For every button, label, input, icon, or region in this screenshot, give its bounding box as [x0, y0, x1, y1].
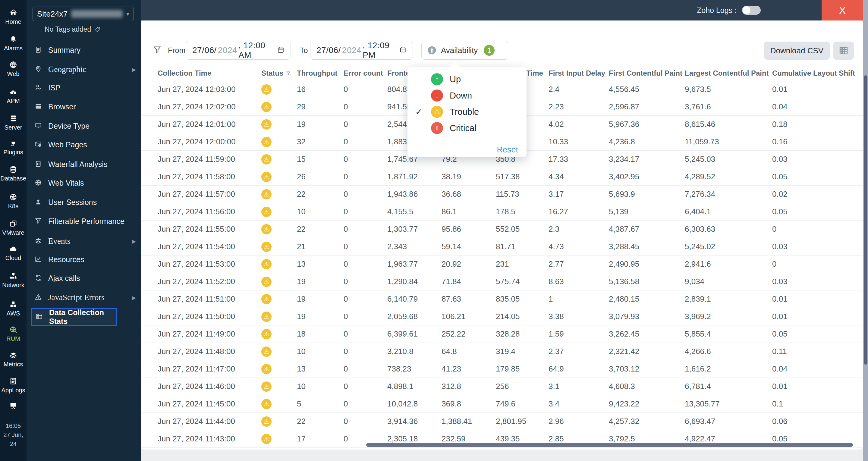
rail-clock: 16:05 27 Jun, 24 [0, 421, 27, 448]
table-row[interactable]: Jun 27, 2024 11:47:00⚠130738.2341.23179.… [141, 360, 863, 378]
metric-cell: 2.96 [549, 417, 609, 426]
monitor-select[interactable]: Site24x7 ▾ [33, 7, 134, 21]
rail-item-home[interactable]: Home [0, 8, 27, 25]
horizontal-scrollbar[interactable] [366, 443, 853, 447]
sidebar-item-ajax-calls[interactable]: Ajax calls [27, 269, 141, 288]
metric-cell: 3,210.8 [387, 347, 441, 356]
calendar-icon[interactable] [399, 46, 407, 55]
collection-time-cell: Jun 27, 2024 11:47:00 [158, 364, 261, 374]
rail-item-vmware[interactable]: VMware [0, 219, 27, 236]
sidebar-item-waterfall-analysis[interactable]: Waterfall Analysis [27, 155, 141, 174]
sidebar-item-geographic[interactable]: Geographic▸ [27, 60, 141, 79]
status-filter-icon[interactable] [286, 71, 291, 76]
sidebar-item-device-type[interactable]: Device Type [27, 117, 141, 135]
rail-item-k8s[interactable]: K8s [0, 193, 27, 210]
metric-cell: 10.33 [549, 137, 609, 147]
rail-item-cloud[interactable]: Cloud [0, 245, 27, 262]
vertical-scrollbar-thumb[interactable] [864, 75, 867, 365]
main-area: Zoho Logs : X From 27/06/2024, 12:00 AM … [141, 0, 863, 461]
table-row[interactable]: Jun 27, 2024 11:56:00⚠1004,155.586.1178.… [141, 203, 863, 220]
sidebar-item-events[interactable]: Events▸ [27, 232, 141, 251]
availability-filter-button[interactable]: Availability 1 [421, 41, 508, 60]
rail-item-network[interactable]: Network [0, 272, 27, 289]
dropdown-option-trouble[interactable]: ✓⚠Trouble [407, 104, 527, 120]
dropdown-option-critical[interactable]: !Critical [407, 120, 527, 136]
status-cell: ⚠ [261, 381, 297, 392]
table-row[interactable]: Jun 27, 2024 11:52:00⚠1901,290.8471.8457… [141, 273, 863, 290]
metric-cell: 9,034 [685, 277, 772, 286]
table-row[interactable]: Jun 27, 2024 11:55:00⚠2201,303.7795.8655… [141, 220, 863, 238]
sidebar-item-user-sessions[interactable]: User Sessions [27, 193, 141, 212]
table-row[interactable]: Jun 27, 2024 11:45:00⚠5010,042.8369.8749… [141, 395, 863, 413]
metric-cell: 0.01 [772, 312, 857, 321]
table-row[interactable]: Jun 27, 2024 11:57:00⚠2201,943.8636.6811… [141, 186, 863, 203]
rail-item-plugins[interactable]: Plugins [0, 139, 27, 156]
rail-item-server[interactable]: Server [0, 114, 27, 131]
column-header-throughput[interactable]: Throughput [297, 69, 344, 78]
column-header-cumulative-layout-shift[interactable]: Cumulative Layout Shift [772, 69, 857, 78]
column-header-largest-contentful-paint[interactable]: Largest Contentful Paint [685, 69, 772, 78]
metric-cell: 8,615.46 [685, 120, 772, 129]
column-header-label: Status [261, 69, 283, 78]
sidebar-item-summary[interactable]: Summary [27, 41, 141, 60]
dropdown-option-down[interactable]: ↓Down [407, 87, 527, 104]
table-row[interactable]: Jun 27, 2024 11:49:00⚠1806,399.61252.223… [141, 326, 863, 343]
collection-time-cell: Jun 27, 2024 12:01:00 [158, 120, 261, 129]
rail-item-apm[interactable]: APM [0, 88, 27, 104]
sidebar-item-web-pages[interactable]: Web Pages [27, 135, 141, 154]
table-row[interactable]: Jun 27, 2024 11:48:00⚠1003,210.864.8319.… [141, 343, 863, 360]
column-header-status[interactable]: Status [261, 69, 297, 78]
rail-item-presentation[interactable] [0, 401, 27, 410]
metric-cell: 1,388.41 [441, 417, 496, 426]
table-row[interactable]: Jun 27, 2024 11:46:00⚠1004,898.1312.8256… [141, 378, 863, 395]
table-row[interactable]: Jun 27, 2024 11:50:00⚠1902,059.68106.212… [141, 308, 863, 326]
metric-cell: 0 [344, 434, 387, 443]
metric-cell: 0 [344, 329, 387, 339]
rail-item-web[interactable]: Web [0, 61, 27, 78]
table-row[interactable]: Jun 27, 2024 11:53:00⚠1301,963.7720.9223… [141, 255, 863, 273]
sidebar-item-filterable-performance[interactable]: Filterable Performance [27, 212, 141, 231]
collection-time-cell: Jun 27, 2024 11:54:00 [158, 242, 261, 251]
column-header-collection-time[interactable]: Collection Time [158, 69, 261, 78]
close-button[interactable]: X [822, 0, 863, 21]
to-date-input[interactable]: 27/06/2024, 12:09 PM [310, 41, 413, 60]
zoho-logs-toggle[interactable] [742, 6, 761, 15]
metric-cell: 3.1 [549, 382, 609, 391]
download-csv-button[interactable]: Download CSV [764, 41, 830, 60]
column-header-error-count[interactable]: Error count [344, 69, 387, 78]
column-picker-button[interactable] [833, 41, 854, 60]
rail-item-applogs[interactable]: AppLogs [0, 377, 27, 394]
sidebar-item-web-vitals[interactable]: Web Vitals [27, 174, 141, 192]
from-date-input[interactable]: 27/06/2024, 12:00 AM [186, 41, 291, 60]
calendar-icon[interactable] [277, 46, 284, 55]
table-row[interactable]: Jun 27, 2024 11:54:00⚠2102,34359.1481.71… [141, 238, 863, 255]
table-row[interactable]: Jun 27, 2024 11:42:00⚠2302,527.7888.0418… [141, 448, 863, 450]
metric-cell: 749.6 [496, 399, 549, 408]
metric-cell: 3.38 [549, 312, 609, 321]
column-header-first-input-delay[interactable]: First Input Delay [549, 69, 609, 78]
table-row[interactable]: Jun 27, 2024 11:51:00⚠1906,140.7987.6383… [141, 290, 863, 308]
rail-item-rum[interactable]: RUM [0, 326, 27, 342]
table-row[interactable]: Jun 27, 2024 11:44:00⚠2203,914.361,388.4… [141, 413, 863, 430]
status-cell: ⚠ [261, 277, 297, 287]
trouble-status-icon: ⚠ [261, 119, 272, 129]
sidebar-item-resources[interactable]: Resources [27, 250, 141, 269]
reset-link[interactable]: Reset [497, 145, 518, 155]
column-header-first-contentful-paint[interactable]: First Contentful Paint [609, 69, 685, 78]
status-cell: ⚠ [261, 189, 297, 199]
rail-item-aws[interactable]: AWS [0, 300, 27, 317]
rail-item-database[interactable]: Database [0, 165, 27, 182]
dropdown-option-up[interactable]: ↑Up [407, 71, 527, 87]
trouble-status-icon: ⚠ [261, 434, 272, 444]
rail-item-alarms[interactable]: Alarms [0, 35, 27, 52]
sidebar-item-javascript-errors[interactable]: JavaScript Errors▸ [27, 288, 141, 307]
table-row[interactable]: Jun 27, 2024 11:58:00⚠2601,871.9238.1951… [141, 168, 863, 186]
metric-cell: 0 [344, 207, 387, 216]
sidebar-item-data-collection-stats[interactable]: Data Collection Stats [31, 308, 117, 326]
sidebar-item-isp[interactable]: ISP [27, 78, 141, 97]
rail-item-metrics[interactable]: Metrics [0, 351, 27, 368]
checkmark-icon: ✓ [407, 107, 431, 117]
metric-cell: 552.05 [496, 224, 549, 234]
sidebar-item-label: Events [48, 237, 70, 246]
sidebar-item-browser[interactable]: Browser [27, 97, 141, 116]
